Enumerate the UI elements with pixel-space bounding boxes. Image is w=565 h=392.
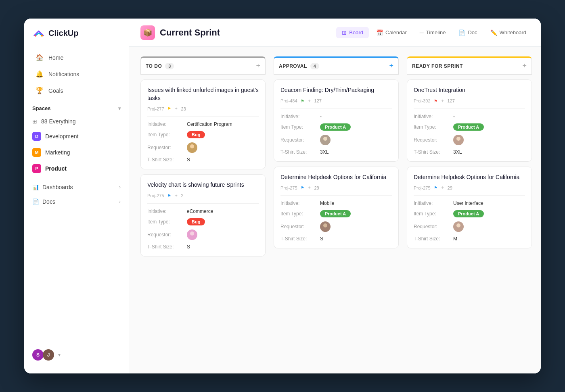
marketing-avatar: M [32, 148, 41, 157]
card-c5-tshirt-row: T-Shirt Size: 3XL [414, 149, 525, 155]
score-icon: ✦ [308, 185, 311, 190]
card-c3-requestor-avatar [320, 135, 331, 145]
card-c5[interactable]: OneTrust Integration Proj-392 ⚑ ✦ 127 In… [407, 79, 532, 162]
card-c3-tshirt: 3XL [320, 149, 329, 155]
svg-point-2 [190, 144, 194, 148]
tab-whiteboard-label: Whiteboard [500, 29, 526, 35]
logo[interactable]: ClickUp [24, 27, 129, 49]
card-c5-itemtype-row: Item Type: Product A [414, 123, 525, 131]
tab-doc-label: Doc [468, 29, 477, 35]
card-c5-meta: Proj-392 ⚑ ✦ 127 [414, 98, 525, 104]
card-c1[interactable]: Issues with linked unfurled images in gu… [140, 79, 266, 169]
column-ready-add-button[interactable]: + [522, 62, 527, 70]
card-c1-initiative-row: Initiative: Certification Program [147, 121, 259, 127]
tab-doc[interactable]: 📄 Doc [453, 27, 483, 38]
itemtype-label: Item Type: [414, 211, 450, 217]
column-todo-add-button[interactable]: + [256, 62, 260, 70]
initiative-label: Initiative: [280, 200, 317, 206]
card-c4-badge: Product A [320, 210, 351, 217]
card-c3-meta: Proj-484 ⚑ ✦ 127 [280, 98, 392, 104]
divider [147, 203, 259, 204]
divider [147, 116, 259, 117]
card-c2-meta: Proj-275 ⚑ ✦ 2 [147, 193, 259, 198]
card-c2-proj: Proj-275 [147, 193, 164, 198]
card-c3-score: 127 [314, 98, 322, 103]
initiative-label: Initiative: [147, 121, 184, 127]
card-c6[interactable]: Determine Helpdesk Options for Californi… [407, 167, 532, 249]
sidebar-home-label: Home [48, 54, 63, 61]
card-c1-requestor-row: Requestor: [147, 142, 259, 153]
score-icon: ✦ [441, 185, 444, 190]
column-approval-title: APPROVAL [279, 63, 307, 69]
sidebar-item-dashboards[interactable]: 📊 Dashboards › [27, 180, 126, 194]
card-c3-badge: Product A [320, 123, 351, 131]
card-c6-requestor-avatar [453, 221, 464, 232]
card-c2-initiative: eCommerce [187, 209, 213, 214]
main-header: 📦 Current Sprint ⊞ Board 📅 Calendar ─ Ti… [129, 19, 541, 47]
tab-timeline[interactable]: ─ Timeline [414, 27, 452, 38]
user-menu-arrow[interactable]: ▾ [58, 352, 61, 358]
column-todo-header: TO DO 3 + [140, 56, 266, 75]
development-avatar: D [32, 132, 41, 141]
svg-point-7 [322, 142, 329, 145]
app-container: ClickUp 🏠 Home 🔔 Notifications 🏆 Goals S… [24, 19, 541, 373]
svg-point-11 [455, 142, 462, 145]
spaces-list: ⊞ 88 Everything D Development M Marketin… [24, 115, 129, 177]
requestor-label: Requestor: [280, 137, 317, 143]
flag-icon: ⚑ [167, 194, 171, 198]
card-c3-tshirt-row: T-Shirt Size: 3XL [280, 149, 392, 155]
card-c2[interactable]: Velocity chart is showing future Sprints… [140, 174, 266, 256]
nav-tabs: ⊞ Board 📅 Calendar ─ Timeline 📄 Doc ✏️ [336, 27, 532, 38]
card-c4-score: 29 [314, 186, 319, 190]
spaces-label: Spaces [32, 105, 51, 111]
chevron-down-icon[interactable]: ▾ [118, 106, 121, 111]
card-c1-proj: Proj-277 [147, 106, 164, 111]
column-approval-add-button[interactable]: + [389, 62, 393, 70]
whiteboard-icon: ✏️ [490, 29, 497, 36]
itemtype-label: Item Type: [147, 132, 184, 138]
sidebar-item-product[interactable]: P Product [27, 161, 126, 177]
column-approval-count: 4 [310, 63, 319, 69]
score-icon: ✦ [174, 106, 178, 111]
tab-whiteboard[interactable]: ✏️ Whiteboard [485, 27, 532, 38]
card-c1-tshirt: S [187, 157, 190, 163]
svg-point-6 [323, 137, 327, 141]
logo-text: ClickUp [48, 29, 78, 38]
calendar-icon: 📅 [376, 29, 383, 36]
card-c6-badge: Product A [453, 210, 484, 217]
card-c1-meta: Proj-277 ⚑ ✦ 23 [147, 106, 259, 111]
tab-board[interactable]: ⊞ Board [336, 27, 369, 38]
sidebar-item-development[interactable]: D Development [27, 128, 126, 144]
column-todo: TO DO 3 + Issues with linked unfurled im… [140, 56, 266, 364]
sidebar-item-marketing[interactable]: M Marketing [27, 144, 126, 161]
product-avatar: P [32, 164, 41, 173]
sidebar-item-goals[interactable]: 🏆 Goals [27, 83, 126, 98]
home-icon: 🏠 [36, 54, 44, 61]
board-icon: ⊞ [342, 29, 347, 36]
tab-calendar[interactable]: 📅 Calendar [370, 27, 412, 38]
card-c3-proj: Proj-484 [280, 98, 297, 103]
tshirt-label: T-Shirt Size: [147, 244, 184, 250]
card-c6-itemtype-row: Item Type: Product A [414, 210, 525, 217]
card-c6-score: 29 [448, 186, 452, 190]
sidebar-item-docs[interactable]: 📄 Docs › [27, 194, 126, 209]
dashboards-label: Dashboards [42, 184, 73, 190]
card-c4[interactable]: Determine Helpdesk Options for Californi… [274, 167, 399, 249]
product-label: Product [45, 165, 67, 172]
sidebar-item-notifications[interactable]: 🔔 Notifications [27, 66, 126, 82]
sidebar-item-everything[interactable]: ⊞ 88 Everything [27, 115, 126, 128]
card-c2-initiative-row: Initiative: eCommerce [147, 209, 259, 214]
sidebar-item-home[interactable]: 🏠 Home [27, 50, 126, 65]
card-c6-requestor-row: Requestor: [414, 221, 525, 232]
svg-point-13 [455, 228, 462, 232]
svg-point-9 [322, 228, 329, 232]
card-c1-initiative: Certification Program [187, 121, 232, 127]
marketing-label: Marketing [45, 149, 70, 156]
card-c2-requestor-avatar [187, 229, 197, 240]
card-c6-meta: Proj-275 ⚑ ✦ 29 [414, 185, 525, 190]
card-c3[interactable]: Deacom Finding: Dry/Trim/Packaging Proj-… [274, 79, 399, 162]
docs-icon: 📄 [32, 198, 39, 205]
card-c1-badge: Bug [187, 131, 205, 138]
score-icon: ✦ [441, 98, 444, 104]
column-todo-title: TO DO [146, 63, 162, 69]
